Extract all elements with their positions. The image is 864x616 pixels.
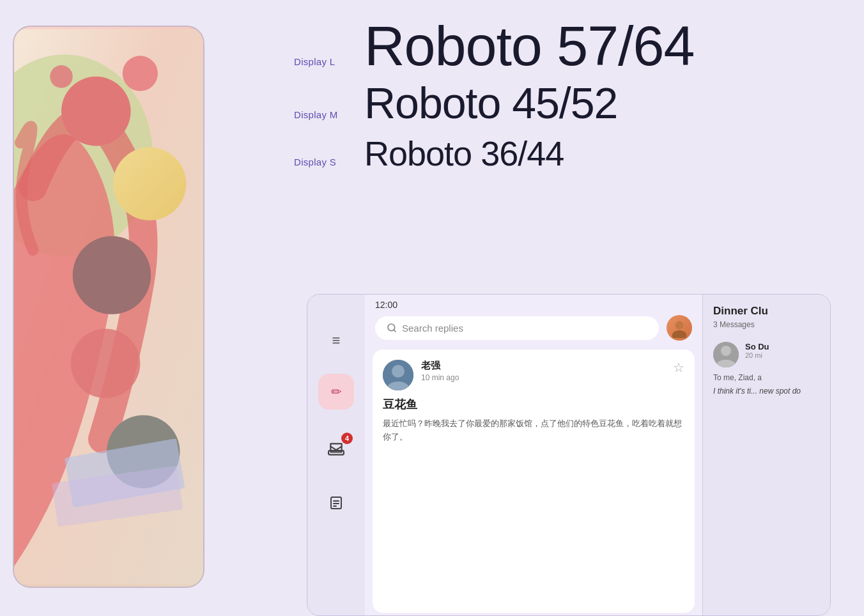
avatar-image	[667, 315, 692, 341]
message-item[interactable]: 老强 10 min ago ☆ 豆花鱼 最近忙吗？昨晚我去了你最爱的那家饭馆，点…	[373, 350, 695, 613]
hamburger-symbol: ≡	[332, 332, 341, 349]
phone-illustration	[0, 0, 217, 616]
app-sidebar: ≡ ✏ 4	[307, 295, 365, 615]
svg-point-24	[721, 346, 731, 356]
display-m-row: Display M Roboto 45/52	[294, 86, 851, 120]
right-contact-preview2: I think it's ti... new spot do	[713, 386, 820, 397]
search-container[interactable]: Search replies	[375, 316, 659, 340]
svg-point-5	[73, 236, 151, 314]
svg-point-4	[113, 147, 186, 220]
app-mockup: ≡ ✏ 4 12:00	[307, 294, 831, 616]
inbox-badge: 4	[341, 433, 353, 444]
hamburger-menu-icon[interactable]: ≡	[322, 327, 350, 355]
svg-point-19	[672, 330, 686, 338]
message-avatar	[383, 360, 413, 390]
message-subject: 豆花鱼	[383, 397, 684, 412]
notes-button[interactable]	[322, 489, 350, 517]
message-header: 老强 10 min ago ☆	[383, 360, 684, 390]
svg-point-10	[50, 65, 73, 88]
svg-line-17	[394, 330, 396, 332]
display-s-label: Display S	[294, 157, 364, 167]
star-button[interactable]: ☆	[673, 360, 684, 375]
svg-point-6	[71, 329, 141, 399]
display-l-label: Display L	[294, 56, 364, 67]
message-time: 10 min ago	[421, 373, 673, 382]
sender-avatar-icon	[383, 360, 413, 390]
svg-point-3	[123, 56, 158, 91]
message-meta: 老强 10 min ago	[421, 360, 673, 382]
status-bar: 12:00	[365, 295, 702, 312]
inbox-button[interactable]: 4	[322, 435, 350, 463]
phone-frame	[13, 26, 204, 588]
display-l-text: Roboto 57/64	[364, 26, 694, 66]
search-placeholder-text: Search replies	[402, 323, 463, 334]
right-contact-info: So Du 20 mi	[745, 342, 820, 359]
svg-point-2	[61, 77, 131, 146]
right-contact-time: 20 mi	[745, 351, 820, 359]
display-s-text: Roboto 36/44	[364, 139, 564, 167]
typography-section: Display L Roboto 57/64 Display M Roboto …	[294, 19, 851, 193]
svg-rect-11	[328, 450, 344, 455]
status-time: 12:00	[375, 300, 397, 310]
right-contact-item[interactable]: So Du 20 mi	[713, 342, 820, 367]
compose-icon: ✏	[331, 384, 342, 399]
search-icon	[387, 323, 397, 333]
right-contact-preview: To me, Ziad, a	[713, 373, 820, 383]
svg-point-21	[392, 365, 405, 378]
svg-point-18	[675, 321, 684, 330]
message-preview: 最近忙吗？昨晚我去了你最爱的那家饭馆，点了他们的特色豆花鱼，吃着吃着就想你了。	[383, 417, 684, 444]
message-sender: 老强	[421, 360, 673, 372]
search-bar: Search replies	[365, 312, 702, 347]
dinner-club-title: Dinner Clu	[713, 305, 820, 318]
display-l-row: Display L Roboto 57/64	[294, 19, 851, 67]
display-m-text: Roboto 45/52	[364, 86, 617, 119]
right-contact-avatar	[713, 342, 739, 367]
compose-button[interactable]: ✏	[318, 374, 354, 410]
avatar-person-icon	[669, 318, 690, 338]
dinner-club-subtitle: 3 Messages	[713, 320, 820, 329]
right-contact-name: So Du	[745, 342, 820, 351]
display-s-row: Display S Roboto 36/44	[294, 139, 851, 167]
app-right-panel: Dinner Clu 3 Messages So Du 20 mi To me,…	[702, 295, 830, 615]
app-main: 12:00 Search replies	[365, 295, 702, 615]
right-avatar-icon	[713, 342, 739, 367]
user-avatar[interactable]	[667, 315, 692, 341]
display-m-label: Display M	[294, 109, 364, 120]
